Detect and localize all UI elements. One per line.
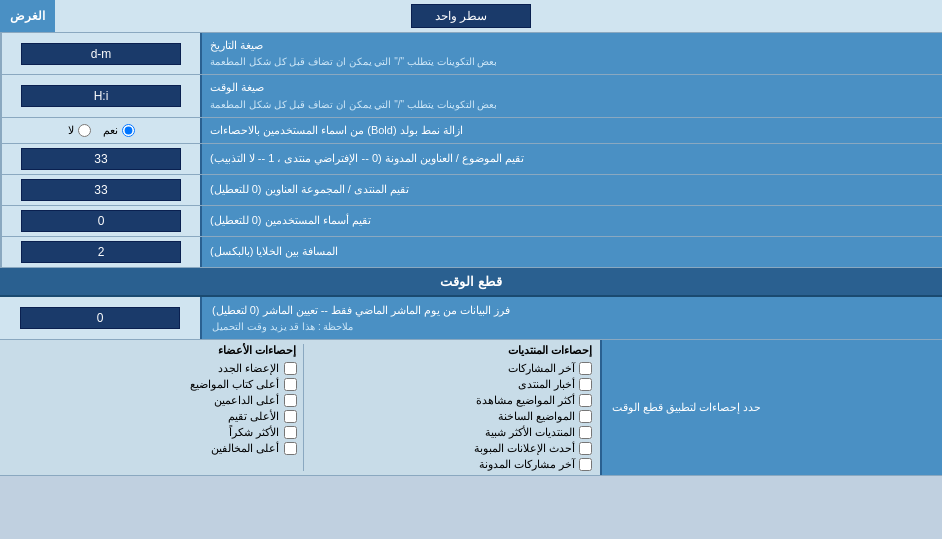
topics-order-label: تقيم الموضوع / العناوين المدونة (0 -- ال…	[200, 144, 942, 174]
topics-order-input[interactable]	[21, 148, 181, 170]
top-row: الغرض سطر واحد سطرين ثلاثة أسطر	[0, 0, 942, 33]
cell-spacing-label: المسافة بين الخلايا (بالبكسل)	[200, 237, 942, 267]
page-title-label: الغرض	[0, 0, 55, 32]
date-format-input[interactable]	[21, 43, 181, 65]
cb-col1-2-input[interactable]	[579, 394, 592, 407]
forum-order-label: تقيم المنتدى / المجموعة العناوين (0 للتع…	[200, 175, 942, 205]
topics-order-input-area	[0, 144, 200, 174]
cb-col1-1-input[interactable]	[579, 378, 592, 391]
limit-label: حدد إحصاءات لتطبيق قطع الوقت	[600, 340, 942, 475]
users-order-input[interactable]	[21, 210, 181, 232]
cb-col1-4[interactable]: المنتديات الأكثر شبية	[304, 426, 593, 439]
bold-remove-label: ازالة نمط بولد (Bold) من اسماء المستخدمي…	[200, 118, 942, 143]
cb-col1-3[interactable]: المواضيع الساخنة	[304, 410, 593, 423]
col2-title: إحصاءات الأعضاء	[8, 344, 297, 359]
sort-row: فرز البيانات من يوم الماشر الماضي فقط --…	[0, 297, 942, 340]
time-format-row: صيغة الوقت بعض التكوينات يتطلب "/" التي …	[0, 75, 942, 117]
col1: إحصاءات المنتديات آخر المشاركات أخبار ال…	[304, 344, 593, 471]
col1-title: إحصاءات المنتديات	[304, 344, 593, 359]
sort-label: فرز البيانات من يوم الماشر الماضي فقط --…	[200, 297, 942, 339]
limit-row: حدد إحصاءات لتطبيق قطع الوقت إحصاءات الم…	[0, 340, 942, 476]
topics-order-row: تقيم الموضوع / العناوين المدونة (0 -- ال…	[0, 144, 942, 175]
forum-order-row: تقيم المنتدى / المجموعة العناوين (0 للتع…	[0, 175, 942, 206]
forum-order-input[interactable]	[21, 179, 181, 201]
cb-col1-5-input[interactable]	[579, 442, 592, 455]
main-container: الغرض سطر واحد سطرين ثلاثة أسطر صيغة الت…	[0, 0, 942, 476]
cb-col2-2[interactable]: أعلى الداعمين	[8, 394, 297, 407]
cb-col2-2-input[interactable]	[284, 394, 297, 407]
cb-col2-1[interactable]: أعلى كتاب المواضيع	[8, 378, 297, 391]
users-order-row: تقيم أسماء المستخدمين (0 للتعطيل)	[0, 206, 942, 237]
cb-col1-0[interactable]: آخر المشاركات	[304, 362, 593, 375]
radio-no[interactable]	[78, 124, 91, 137]
cb-col1-0-input[interactable]	[579, 362, 592, 375]
cell-spacing-input-area	[0, 237, 200, 267]
users-order-input-area	[0, 206, 200, 236]
users-order-label: تقيم أسماء المستخدمين (0 للتعطيل)	[200, 206, 942, 236]
cb-col2-3[interactable]: الأعلى تقيم	[8, 410, 297, 423]
time-format-label: صيغة الوقت بعض التكوينات يتطلب "/" التي …	[200, 75, 942, 116]
cb-col1-6-input[interactable]	[579, 458, 592, 471]
radio-yes-label[interactable]: نعم	[103, 124, 135, 137]
cb-col1-1[interactable]: أخبار المنتدى	[304, 378, 593, 391]
radio-yes[interactable]	[122, 124, 135, 137]
bold-remove-radio-area: نعم لا	[0, 118, 200, 143]
cb-col2-0-input[interactable]	[284, 362, 297, 375]
cb-col2-4[interactable]: الأكثر شكراً	[8, 426, 297, 439]
date-format-row: صيغة التاريخ بعض التكوينات يتطلب "/" الت…	[0, 33, 942, 75]
bold-remove-row: ازالة نمط بولد (Bold) من اسماء المستخدمي…	[0, 118, 942, 144]
date-format-label: صيغة التاريخ بعض التكوينات يتطلب "/" الت…	[200, 33, 942, 74]
cb-col2-5-input[interactable]	[284, 442, 297, 455]
cb-col2-0[interactable]: الإعضاء الجدد	[8, 362, 297, 375]
cb-col1-5[interactable]: أحدث الإعلانات المبوبة	[304, 442, 593, 455]
cell-spacing-input[interactable]	[21, 241, 181, 263]
date-format-input-area	[0, 33, 200, 74]
cb-col1-2[interactable]: أكثر المواضيع مشاهدة	[304, 394, 593, 407]
cb-col2-4-input[interactable]	[284, 426, 297, 439]
cb-col2-3-input[interactable]	[284, 410, 297, 423]
cb-col2-5[interactable]: أعلى المخالفين	[8, 442, 297, 455]
time-format-input[interactable]	[21, 85, 181, 107]
radio-no-label[interactable]: لا	[68, 124, 91, 137]
col2: إحصاءات الأعضاء الإعضاء الجدد أعلى كتاب …	[8, 344, 304, 471]
time-format-input-area	[0, 75, 200, 116]
cb-col1-3-input[interactable]	[579, 410, 592, 423]
cb-col1-6[interactable]: آخر مشاركات المدونة	[304, 458, 593, 471]
limit-checkboxes: إحصاءات المنتديات آخر المشاركات أخبار ال…	[0, 340, 600, 475]
forum-order-input-area	[0, 175, 200, 205]
cb-col2-1-input[interactable]	[284, 378, 297, 391]
cb-col1-4-input[interactable]	[579, 426, 592, 439]
top-dropdown[interactable]: سطر واحد سطرين ثلاثة أسطر	[411, 4, 531, 28]
cutoff-section-header: قطع الوقت	[0, 268, 942, 297]
sort-input-area	[0, 297, 200, 339]
sort-input[interactable]	[20, 307, 180, 329]
cell-spacing-row: المسافة بين الخلايا (بالبكسل)	[0, 237, 942, 268]
